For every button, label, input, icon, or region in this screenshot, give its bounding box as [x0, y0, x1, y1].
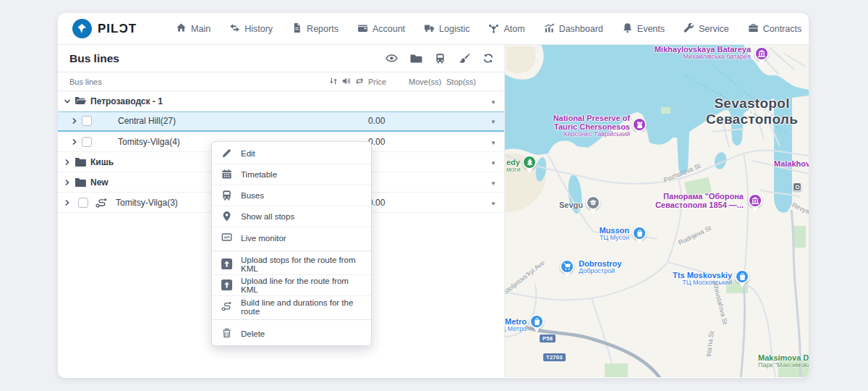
truck-icon — [424, 22, 435, 35]
row-label: Кишь — [90, 157, 114, 167]
bell-icon — [622, 22, 633, 35]
nav-main[interactable]: Main — [170, 17, 216, 41]
museum-pin[interactable] — [748, 193, 762, 208]
poi-chersonesos[interactable]: National Preserve of Tauric Chersonesos … — [545, 114, 630, 138]
poi-metro[interactable]: Metro Ц Метро — [505, 317, 527, 333]
map-canvas — [505, 45, 809, 377]
table-row[interactable]: Петрозаводск - 1 ▼ — [58, 91, 504, 112]
context-menu: Edit Timetable Buses Show all stops Live… — [211, 141, 372, 346]
poi-maksimova[interactable]: Maksimova D Парк "Максимова — [758, 353, 809, 369]
row-label: New — [90, 177, 109, 188]
castle-pin[interactable] — [632, 117, 647, 132]
eye-icon[interactable] — [386, 53, 398, 64]
nav-history[interactable]: History — [224, 17, 278, 41]
upload-icon — [221, 258, 232, 271]
reports-icon — [292, 22, 302, 35]
folder-icon[interactable] — [410, 53, 422, 64]
poi-pobedy[interactable]: edy моги — [506, 158, 521, 174]
pin-icon — [221, 211, 232, 223]
row-dropdown-caret[interactable]: ▼ — [490, 119, 496, 125]
row-dropdown-caret[interactable]: ▼ — [490, 140, 496, 146]
poi-panorama[interactable]: Панорама "Оборона Севастополя 1854 —... — [634, 192, 744, 209]
nav-account[interactable]: Account — [352, 17, 411, 41]
brand-logo[interactable]: PILƆT — [72, 19, 137, 38]
bus-icon[interactable] — [435, 53, 446, 64]
map-city-label: Sevastopol Севастополь — [706, 96, 798, 127]
row-checkbox[interactable] — [82, 116, 92, 126]
trash-icon — [221, 327, 232, 340]
row-dropdown-caret[interactable]: ▼ — [490, 160, 496, 167]
nav-dashboard[interactable]: Dashboard — [538, 17, 609, 41]
nav-service[interactable]: Service — [678, 17, 735, 41]
price-value: 0.00 — [368, 116, 385, 126]
row-label: Петрозаводск - 1 — [90, 96, 163, 106]
col-header-price[interactable]: Price — [368, 77, 409, 86]
poi-malakhov[interactable]: Malakhov Ku — [774, 159, 809, 168]
chevron-right-icon[interactable] — [64, 199, 71, 206]
menu-separator — [212, 248, 371, 251]
nav-items: Main History Reports Account Logistic At… — [170, 17, 809, 41]
nav-reports[interactable]: Reports — [286, 17, 344, 41]
nav-contracts[interactable]: Contracts — [742, 17, 808, 41]
menu-item-buses[interactable]: Buses — [212, 185, 371, 206]
chevron-right-icon[interactable] — [64, 179, 71, 186]
folder-open-icon — [75, 96, 86, 106]
poi-dobrostroy[interactable]: Dobrostroy Добрострой — [579, 259, 621, 275]
poi-sevgu[interactable]: Sevgu — [551, 201, 583, 209]
folder-icon — [75, 157, 86, 167]
chevron-right-icon[interactable] — [64, 159, 71, 166]
menu-item-edit[interactable]: Edit — [212, 143, 371, 164]
col-header-move[interactable]: Move(ss) — [409, 77, 446, 86]
col-header-stop[interactable]: Stop(ss) — [446, 77, 482, 86]
history-icon — [229, 22, 240, 35]
poi-moskovskiy[interactable]: Tts Moskovskiy ТЦ Московський — [663, 271, 732, 287]
chevron-right-icon[interactable] — [71, 138, 78, 146]
university-pin[interactable] — [586, 196, 600, 210]
chevron-right-icon[interactable] — [71, 117, 78, 125]
nav-events[interactable]: Events — [616, 17, 671, 41]
brand-name: PILƆT — [98, 22, 137, 36]
row-dropdown-caret[interactable]: ▼ — [490, 99, 496, 106]
museum-pin[interactable] — [754, 46, 769, 61]
shopping-pin[interactable] — [632, 226, 647, 240]
row-dropdown-caret[interactable]: ▼ — [490, 201, 496, 207]
shopping-cart-pin[interactable] — [560, 259, 574, 274]
brush-icon[interactable] — [458, 53, 470, 64]
refresh-icon[interactable] — [482, 53, 494, 64]
road-shield: T2703 — [543, 353, 566, 361]
sort-icon[interactable] — [329, 77, 338, 87]
pencil-icon — [221, 148, 232, 160]
nav-atom[interactable]: Atom — [482, 17, 530, 41]
poi-mikhaylovskaya[interactable]: Mikhaylovskaya Batareya Михайлівська бат… — [621, 45, 751, 61]
chevron-down-icon[interactable] — [64, 98, 71, 105]
table-row[interactable]: Central Hill(27) 0.00 ▼ — [58, 112, 504, 132]
top-nav: PILƆT Main History Reports Account Logis… — [58, 13, 809, 45]
row-checkbox[interactable] — [82, 137, 92, 147]
menu-item-timetable[interactable]: Timetable — [212, 164, 371, 185]
map-view[interactable]: Sevastopol Севастополь Mikhaylovskaya Ba… — [505, 45, 809, 377]
menu-item-build-line[interactable]: Build line and durations for the route — [212, 296, 371, 317]
row-dropdown-caret[interactable]: ▼ — [490, 180, 496, 187]
nav-logistic[interactable]: Logistic — [418, 17, 475, 41]
volume-icon[interactable] — [342, 77, 351, 87]
transit-stop-icon[interactable] — [793, 182, 801, 191]
row-label: Central Hill(27) — [118, 116, 176, 126]
col-header-name[interactable]: Bus lines — [58, 77, 320, 86]
table-header: Bus lines Price Move(ss) Stop(ss) — [58, 72, 504, 91]
bus-lines-panel: Bus lines Bus lines Price Move(ss) — [58, 45, 505, 377]
park-pin[interactable] — [522, 155, 537, 169]
bus-icon — [221, 190, 232, 202]
poi-musson[interactable]: Musson ТЦ Мусон — [584, 226, 629, 242]
calendar-icon — [221, 169, 232, 181]
menu-item-live-monitor[interactable]: Live monitor — [212, 227, 371, 248]
upload-icon — [221, 279, 232, 292]
menu-item-show-all-stops[interactable]: Show all stops — [212, 206, 371, 227]
menu-item-upload-line[interactable]: Upload line for the route from KML — [212, 275, 371, 296]
row-checkbox[interactable] — [78, 198, 88, 208]
repeat-icon[interactable] — [355, 77, 364, 87]
monitor-icon — [221, 232, 232, 244]
menu-item-upload-stops[interactable]: Upload stops for the route from KML — [212, 254, 371, 275]
menu-item-delete[interactable]: Delete — [212, 323, 371, 344]
shopping-pin[interactable] — [529, 314, 544, 329]
shopping-pin[interactable] — [735, 269, 749, 284]
